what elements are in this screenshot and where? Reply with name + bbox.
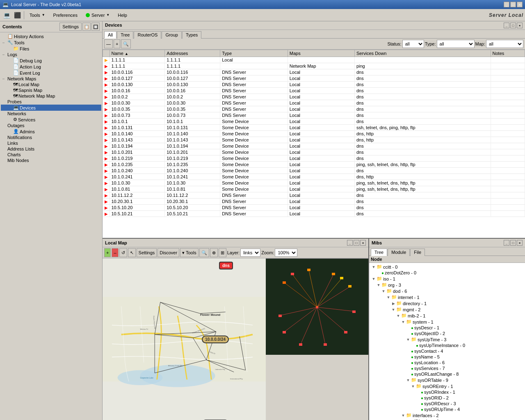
mib-node[interactable]: ●ifNumber - 1 (370, 418, 524, 420)
devices-table-wrapper[interactable]: Name ▲AddressesTypeMapsServices DownNote… (103, 50, 525, 238)
map-minimize[interactable]: _ (347, 240, 353, 246)
zoom-select[interactable]: 100% (275, 249, 297, 257)
sidebar-item-networks[interactable]: Networks (1, 111, 101, 116)
devices-close[interactable]: × (517, 23, 523, 28)
mib-node[interactable]: ▼📁sysUpTime - 3 (370, 336, 524, 342)
status-filter-select[interactable]: allupdown (402, 40, 424, 48)
table-row[interactable]: ▶10.0.0.1610.0.0.16DNS ServerLocaldns (103, 88, 525, 94)
map-select-btn[interactable]: ↖ (128, 248, 136, 257)
mib-node[interactable]: ●sysObjectID - 2 (370, 331, 524, 336)
sidebar-item-network-maps[interactable]: –Network Maps (1, 76, 101, 82)
stop-icon[interactable]: ⬛ (12, 10, 22, 20)
mib-node[interactable]: ●sysORUpTime - 4 (370, 406, 524, 412)
table-row[interactable]: ▶10.1.0.14310.1.0.143Some DeviceLocaldns… (103, 137, 525, 143)
table-row[interactable]: ▶10.1.0.21910.1.0.219Some DeviceLocaldns (103, 155, 525, 162)
table-row[interactable]: ▶10.5.10.2110.5.10.21DNS ServerLocaldns (103, 211, 525, 217)
mib-node[interactable]: ●sysORLastChange - 8 (370, 371, 524, 377)
sidebar-icon2[interactable]: 🔲 (91, 23, 100, 31)
col-Maps[interactable]: Maps (288, 50, 354, 57)
sidebar-item-outages[interactable]: Outages (1, 123, 101, 128)
mib-node[interactable]: ●zeroDotZero - 0 (370, 270, 524, 276)
sidebar-item-tools[interactable]: –🔧Tools (1, 39, 101, 46)
map-discover-btn[interactable]: Discover (158, 248, 179, 257)
sidebar-item-local-map[interactable]: 🗺Local Map (1, 82, 101, 87)
sidebar-item-network-map-map[interactable]: 🗺Network Map Map (1, 93, 101, 99)
sidebar-item-services[interactable]: ⚙Services (1, 116, 101, 123)
table-row[interactable]: ▶1.1.1.11.1.1.1Local (103, 57, 525, 63)
preferences-menu[interactable]: Preferences (50, 10, 81, 20)
mibs-minimize[interactable]: _ (504, 240, 509, 246)
map-grid-btn[interactable]: ⊞ (219, 248, 226, 257)
table-row[interactable]: ▶10.0.0.3010.0.0.30DNS ServerLocaldns (103, 100, 525, 106)
sidebar-item-charts[interactable]: Charts (1, 152, 101, 158)
mibs-tab-file[interactable]: File (410, 249, 425, 256)
sidebar-item-debug-log[interactable]: 📄Debug Log (1, 57, 101, 64)
mib-node[interactable]: ▼📁sysOREntry - 1 (370, 383, 524, 389)
mib-node[interactable]: ●sysName - 5 (370, 354, 524, 360)
close-button[interactable]: × (517, 2, 523, 7)
map-restore[interactable]: □ (354, 240, 359, 246)
map-find-btn[interactable]: 🔍 (199, 248, 209, 257)
table-row[interactable]: ▶10.0.0.3510.0.0.35DNS ServerLocaldns (103, 106, 525, 112)
sidebar-item-action-log[interactable]: 📄Action Log (1, 64, 101, 70)
mib-node[interactable]: ●sysServices - 7 (370, 365, 524, 371)
map-target-btn[interactable]: ⊕ (210, 248, 218, 257)
table-row[interactable]: ▶10.1.0.3010.1.0.30Some DeviceLocalping,… (103, 180, 525, 186)
sidebar-item-mib-nodes[interactable]: Mib Nodes (1, 158, 101, 163)
devices-minimize[interactable]: _ (504, 23, 509, 28)
mib-node[interactable]: ▼📁iso - 1 (370, 276, 524, 282)
mibs-tree[interactable]: ▼📁ccitt - 0●zeroDotZero - 0▼📁iso - 1▼📁or… (369, 263, 525, 420)
sidebar-item-files[interactable]: 📁Files (1, 46, 101, 52)
sidebar-item-devices[interactable]: 💻Devices (1, 105, 101, 111)
table-row[interactable]: ▶10.20.30.110.20.30.1DNS ServerLocaldns (103, 199, 525, 205)
mib-node[interactable]: ●sysORDescr - 3 (370, 401, 524, 406)
tab-types[interactable]: Types (182, 31, 201, 39)
mib-node[interactable]: ●sysORIndex - 1 (370, 389, 524, 395)
sidebar-item-notifications[interactable]: Notifications (1, 135, 101, 140)
table-row[interactable]: ▶10.1.0.13110.1.0.131Some DeviceLocalssh… (103, 125, 525, 131)
mib-node[interactable]: ▼📁ccitt - 0 (370, 264, 524, 270)
table-row[interactable]: ▶10.0.0.210.0.0.2DNS ServerLocaldns (103, 94, 525, 100)
help-menu[interactable]: Help (114, 10, 131, 20)
sidebar-item-sapnis-map[interactable]: 🗺Sapnis Map (1, 87, 101, 93)
table-row[interactable]: ▶10.1.0.20110.1.0.201Some DeviceLocaldns (103, 149, 525, 155)
table-row[interactable]: ▶10.1.0.23510.1.0.235Some DeviceLocalpin… (103, 162, 525, 168)
table-row[interactable]: ▶10.0.0.12710.0.0.127DNS ServerLocaldns (103, 75, 525, 82)
table-row[interactable]: ▶10.1.0.8110.1.0.81Some DeviceLocalping,… (103, 186, 525, 192)
col-Type[interactable]: Type (220, 50, 288, 57)
sidebar-item-logs[interactable]: –Logs (1, 52, 101, 57)
map-tools-btn[interactable]: ▾ Tools (180, 248, 199, 257)
tab-all[interactable]: All (104, 31, 116, 39)
table-row[interactable]: ▶10.1.0.19410.1.0.194Some DeviceLocaldns (103, 143, 525, 149)
maximize-button[interactable]: □ (510, 2, 516, 7)
sidebar-item-event-log[interactable]: 📄Event Log (1, 70, 101, 76)
mib-node[interactable]: ▼📁org - 3 (370, 282, 524, 288)
table-row[interactable]: ▶10.1.0.110.1.0.1Some DeviceLocaldns (103, 119, 525, 125)
sidebar-icon1[interactable]: 📋 (82, 23, 91, 31)
mib-node[interactable]: ●sysContact - 4 (370, 348, 524, 354)
server-menu[interactable]: Server ▼ (82, 10, 113, 20)
sidebar-item-address-lists[interactable]: Address Lists (1, 146, 101, 152)
node-subnet-a[interactable]: 10.0.0.0/24 (202, 336, 229, 343)
table-row[interactable]: ▶10.1.0.24010.1.0.240Some DeviceLocaldns (103, 168, 525, 174)
col-Notes[interactable]: Notes (491, 50, 525, 57)
map-thumbnail[interactable] (266, 258, 368, 355)
map-settings-btn[interactable]: Settings (137, 248, 157, 257)
devices-restore[interactable]: □ (510, 23, 516, 28)
table-row[interactable]: ▶10.5.10.2010.5.10.20DNS ServerLocaldns (103, 205, 525, 211)
map-refresh-btn[interactable]: ↺ (119, 248, 127, 257)
find-btn[interactable]: 🔍 (121, 39, 131, 48)
map-content[interactable]: Grapevine Lake (103, 258, 266, 420)
type-filter-select[interactable]: allDNS ServerSome Device (437, 40, 475, 48)
mib-node[interactable]: ▶📁directory - 1 (370, 300, 524, 306)
mibs-close[interactable]: × (517, 240, 523, 246)
mib-node[interactable]: ●sysLocation - 6 (370, 360, 524, 365)
table-row[interactable]: ▶10.1.0.14010.1.0.140Some DeviceLocaldns… (103, 131, 525, 137)
col-Services Down[interactable]: Services Down (354, 50, 491, 57)
table-row[interactable]: ▶1.1.1.11.1.1.1Network Mapping (103, 63, 525, 69)
col-Addresses[interactable]: Addresses (165, 50, 220, 57)
sidebar-item-history-actions[interactable]: 📋History Actions (1, 33, 101, 39)
table-row[interactable]: ▶10.0.0.11610.0.0.116DNS ServerLocaldns (103, 69, 525, 75)
app-icon[interactable]: 💻 (2, 10, 11, 20)
mib-node[interactable]: ▼📁system - 1 (370, 319, 524, 325)
